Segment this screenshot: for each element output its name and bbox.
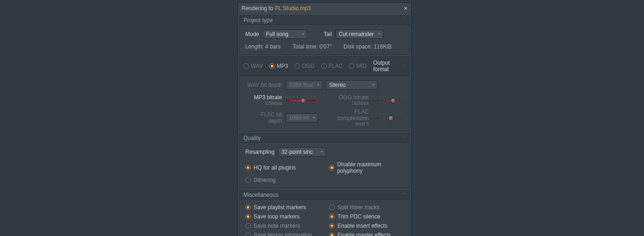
output-format-label: Output format: [373, 60, 397, 73]
ogg-bitrate-value: 192kbps: [329, 101, 369, 106]
section-misc: Miscellaneous ⌃ Save playlist markers Sp…: [239, 190, 410, 236]
format-mid[interactable]: MID: [349, 63, 366, 69]
chevron-up-icon: ⌃: [402, 192, 406, 197]
section-title: Project type: [243, 17, 272, 24]
option-dithering[interactable]: Dithering: [245, 177, 320, 183]
ogg-bitrate-slider[interactable]: [372, 96, 402, 105]
section-header-misc[interactable]: Miscellaneous ⌃: [240, 190, 409, 200]
total-time-value: Total time: 0'07": [293, 43, 332, 50]
mp3-bitrate-slider[interactable]: [286, 96, 315, 105]
close-icon[interactable]: ×: [404, 5, 408, 12]
section-output: WAV MP3 OGG FLAC MID Output format ⌃ WAV…: [239, 56, 410, 132]
section-header-quality[interactable]: Quality ⌃: [240, 133, 409, 143]
format-mp3[interactable]: MP3: [269, 63, 288, 69]
title-prefix: Rendering to: [242, 5, 273, 12]
mode-dropdown[interactable]: Full song: [263, 30, 307, 39]
disk-space-value: Disk space: 116KiB: [343, 43, 391, 50]
chevron-up-icon: ⌃: [402, 64, 406, 69]
section-header-project[interactable]: Project type ⌃: [240, 16, 409, 25]
flac-comp-label: FLAC compression: [329, 109, 369, 121]
ogg-bitrate-label: OGG bitrate: [329, 94, 369, 101]
chevron-up-icon: ⌃: [402, 18, 406, 23]
option-save-playlist[interactable]: Save playlist markers: [245, 204, 320, 211]
option-save-note[interactable]: Save note markers: [245, 223, 320, 229]
section-project: Project type ⌃ Mode Full song Tail Cut r…: [239, 15, 410, 55]
flac-compression-slider[interactable]: [372, 113, 402, 122]
render-dialog: Rendering to FL Studio.mp3 × Project typ…: [237, 2, 412, 236]
option-enable-master[interactable]: Enable master effects: [329, 232, 404, 236]
mp3-bitrate-value: 128kbps: [245, 101, 282, 106]
option-save-loop[interactable]: Save loop markers: [245, 213, 320, 220]
flac-depth-control: FLAC bit depth 16Bit int: [245, 109, 320, 127]
resampling-dropdown[interactable]: 32-point sinc: [278, 147, 326, 157]
title-filename: FL Studio.mp3: [275, 5, 311, 12]
resampling-label: Resampling: [245, 149, 274, 155]
mode-label: Mode: [245, 31, 259, 37]
flac-compression-control: FLAC compression level 5: [329, 109, 404, 127]
option-hq-plugins[interactable]: HQ for all plugins: [245, 161, 320, 174]
option-split-mixer[interactable]: Split mixer tracks: [329, 204, 404, 211]
format-selector: WAV MP3 OGG FLAC MID Output format ⌃: [240, 57, 409, 76]
flac-depth-dropdown[interactable]: 16Bit int: [286, 113, 318, 122]
section-title: Miscellaneous: [243, 192, 278, 198]
chevron-up-icon: ⌃: [402, 135, 406, 140]
flac-depth-label: FLAC bit depth: [245, 111, 282, 124]
format-wav[interactable]: WAV: [243, 63, 263, 69]
tail-label: Tail: [324, 31, 332, 37]
length-value: Length: 4 bars: [245, 43, 281, 50]
ogg-bitrate-control: OGG bitrate 192kbps: [329, 94, 404, 106]
channels-dropdown[interactable]: Stereo: [326, 80, 378, 90]
tail-dropdown[interactable]: Cut remainder: [336, 30, 384, 39]
mp3-bitrate-control: MP3 bitrate 128kbps: [245, 94, 320, 106]
option-enable-insert[interactable]: Enable insert effects: [329, 223, 404, 229]
titlebar[interactable]: Rendering to FL Studio.mp3 ×: [238, 3, 411, 14]
option-trim-pdc[interactable]: Trim PDC silence: [329, 213, 404, 220]
section-quality: Quality ⌃ Resampling 32-point sinc HQ fo…: [239, 133, 410, 188]
format-flac[interactable]: FLAC: [321, 63, 343, 69]
option-save-tempo[interactable]: Save tempo information: [245, 232, 320, 236]
section-title: Quality: [243, 135, 260, 141]
option-disable-polyphony[interactable]: Disable maximum polyphony: [329, 161, 404, 174]
mp3-bitrate-label: MP3 bitrate: [245, 94, 282, 101]
wav-depth-label: WAV bit depth: [245, 82, 282, 88]
wav-depth-dropdown[interactable]: 32Bit float: [286, 80, 322, 90]
flac-comp-value: level 5: [329, 121, 369, 127]
format-ogg[interactable]: OGG: [295, 63, 315, 69]
